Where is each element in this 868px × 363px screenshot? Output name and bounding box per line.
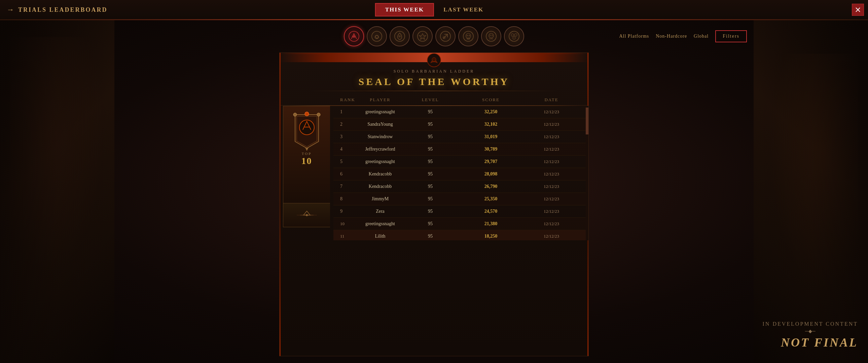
svg-point-1 [352,35,355,38]
row-date: 12/12/23 [521,184,582,189]
row-player: Jeffreycrawford [360,146,400,152]
table-row[interactable]: 10greetingssnaght9521,38012/12/23 [333,218,588,230]
row-score: 31,019 [461,134,521,139]
svg-point-25 [513,37,516,39]
row-rank-8: 8 [340,196,360,202]
svg-point-7 [417,31,428,41]
scrollbar-thumb[interactable] [586,107,588,134]
filter-section: All Platforms Non-Hardcore Global Filter… [619,30,747,42]
dev-ornament: ─◆─ [763,328,858,334]
table-row[interactable]: 4Jeffreycrawford9530,78912/12/23 [333,143,588,156]
class-icons-row: All Platforms Non-Hardcore Global Filter… [114,20,754,53]
row-date: 12/12/23 [521,234,582,239]
svg-point-37 [306,214,308,216]
row-level: 95 [400,184,461,189]
top10-badge: TOP 10 [283,106,330,203]
scrollbar-track[interactable] [586,106,588,240]
svg-point-21 [492,35,493,36]
svg-point-6 [399,35,401,37]
table-row[interactable]: 2SandraYoung9532,10212/12/23 [333,118,588,131]
row-level: 95 [400,234,461,239]
row-score: 30,789 [461,146,521,152]
row-level: 95 [400,109,461,114]
badge-column: TOP 10 [280,106,333,240]
row-rank-6: 6 [340,171,360,177]
svg-point-23 [511,34,514,36]
svg-point-24 [515,34,517,36]
row-player: JimmyM [360,196,400,202]
class-icon-skull1[interactable] [458,26,478,46]
row-date: 12/12/23 [521,159,582,164]
table-row[interactable]: 1greetingssnaght9532,25012/12/23 [333,106,588,118]
table-row[interactable]: 3Stanwindrow9531,01912/12/23 [333,131,588,143]
table-body-container: TOP 10 1greetingssnaght9532, [280,106,588,240]
left-char-overlay [0,20,114,363]
svg-point-15 [486,31,496,41]
platform-filter[interactable]: All Platforms [619,34,649,39]
row-date: 12/12/23 [521,134,582,139]
row-rank-4: 4 [340,146,360,152]
class-icon-necromancer[interactable] [367,26,387,46]
table-row[interactable]: 5greetingssnaght9529,70712/12/23 [333,156,588,168]
class-icon-barbarian[interactable] [344,26,364,46]
nav-arrow-icon: → [7,5,14,14]
table-row[interactable]: 6Kendracobb9528,09812/12/23 [333,168,588,180]
row-level: 95 [400,146,461,152]
table-row[interactable]: 9Zera9524,57012/12/23 [333,205,588,218]
row-score: 26,790 [461,184,521,189]
this-week-tab[interactable]: THIS WEEK [375,3,434,16]
badge-bottom-icon [293,208,320,222]
close-button[interactable] [852,4,864,16]
class-icon-rogue[interactable] [435,26,456,46]
col-level: Level [400,97,461,102]
row-date: 12/12/23 [521,171,582,177]
col-score: Score [461,97,521,102]
table-row[interactable]: 7Kendracobb9526,79012/12/23 [333,180,588,193]
filters-button[interactable]: Filters [715,30,747,42]
row-level: 95 [400,171,461,177]
table-row[interactable]: 8JimmyM9525,35012/12/23 [333,193,588,205]
row-score: 18,250 [461,234,521,239]
class-icon-skull2[interactable] [481,26,501,46]
badge-bottom [283,203,330,227]
svg-marker-34 [305,147,309,151]
nav-title-area: → TRIALS LEADERBOARD [0,5,108,14]
week-tab-group: THIS WEEK LAST WEEK [375,0,493,20]
row-date: 12/12/23 [521,146,582,152]
row-level: 95 [400,209,461,214]
svg-point-27 [432,58,436,62]
class-icon-multiclass[interactable] [504,26,524,46]
dev-content-label: IN DEVELOPMENT CONTENT [763,321,858,327]
left-character-area [0,20,114,363]
svg-point-14 [469,35,470,36]
scope-filter[interactable]: Global [694,34,709,39]
class-icon-druid[interactable] [390,26,410,46]
svg-point-20 [490,35,491,36]
top-bar: → TRIALS LEADERBOARD THIS WEEK LAST WEEK [0,0,868,20]
ladder-title: SEAL OF THE WORTHY [280,76,588,88]
last-week-tab[interactable]: LAST WEEK [434,3,493,16]
row-date: 12/12/23 [521,109,582,114]
row-score: 32,102 [461,122,521,127]
row-level: 95 [400,122,461,127]
badge-top-label: TOP [302,152,312,156]
mode-filter[interactable]: Non-Hardcore [656,34,687,39]
row-date: 12/12/23 [521,209,582,214]
right-char-overlay [754,20,868,363]
not-final-label: NOT FINAL [763,335,858,350]
svg-point-31 [293,113,297,116]
row-rank-3: 3 [340,134,360,139]
svg-point-10 [463,31,473,41]
fire-decoration [280,53,588,62]
row-rank-7: 7 [340,184,360,189]
dev-watermark: IN DEVELOPMENT CONTENT ─◆─ NOT FINAL [763,321,858,350]
rows-column[interactable]: 1greetingssnaght9532,25012/12/232SandraY… [333,106,588,240]
table-row[interactable]: 11Lilith9518,25012/12/23 [333,230,588,240]
row-level: 95 [400,134,461,139]
col-player: Player [360,97,400,102]
badge-emblem-svg [290,111,324,152]
page-title: TRIALS LEADERBOARD [18,6,108,13]
svg-point-16 [489,33,494,38]
row-level: 95 [400,159,461,164]
class-icon-sorceress[interactable] [412,26,433,46]
